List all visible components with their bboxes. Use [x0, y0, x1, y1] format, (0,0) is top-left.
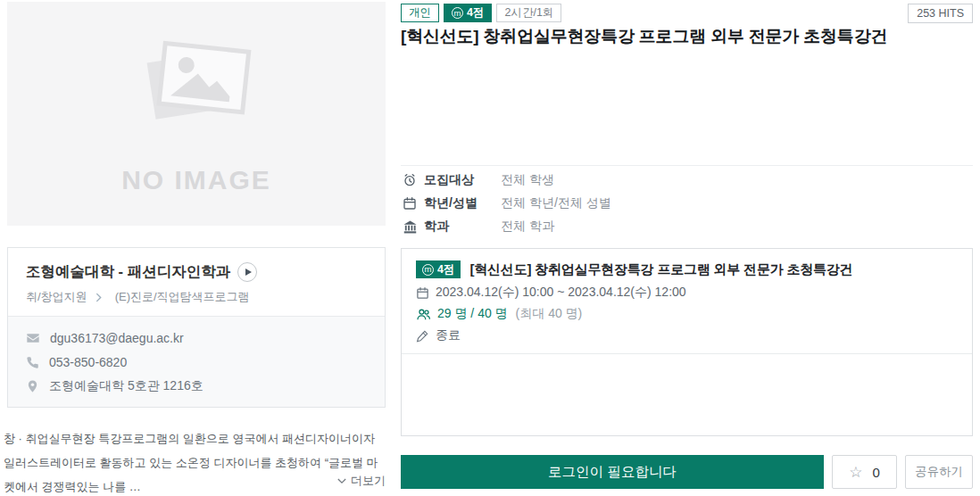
- badge-personal: 개인: [401, 4, 439, 22]
- thumbnail-placeholder: NO IMAGE: [7, 2, 386, 226]
- breadcrumb: 취/창업지원 (E)진로/직업탐색프로그램: [26, 289, 367, 305]
- contact-location[interactable]: 조형예술대학 5호관 1216호: [49, 378, 203, 394]
- session-schedule: 2023.04.12(수) 10:00 ~ 2023.04.12(수) 12:0…: [436, 285, 686, 301]
- badge-row: 개인 m 4점 2시간/1회 253 HITS: [401, 4, 973, 22]
- location-icon: [26, 379, 39, 393]
- left-column: NO IMAGE 조형예술대학 - 패션디자인학과 취/창업지원 (E)진로/직…: [7, 2, 386, 496]
- favorite-count: 0: [872, 465, 879, 480]
- action-bar: 로그인이 필요합니다 ☆ 0 공유하기: [401, 455, 973, 489]
- badge-points: m 4점: [444, 4, 492, 22]
- program-detail-page: NO IMAGE 조형예술대학 - 패션디자인학과 취/창업지원 (E)진로/직…: [0, 0, 980, 496]
- m-circle-icon: m: [422, 264, 434, 276]
- alarm-clock-icon: [403, 173, 417, 187]
- chevron-right-icon: [96, 293, 102, 302]
- department-card: 조형예술대학 - 패션디자인학과 취/창업지원 (E)진로/직업탐색프로그램: [7, 247, 386, 408]
- info-value: 전체 학년/전체 성별: [501, 195, 611, 211]
- session-points-badge: m 4점: [416, 260, 461, 278]
- info-row-grade-gender: 학년/성별 전체 학년/전체 성별: [403, 192, 973, 215]
- pen-icon: [416, 329, 429, 343]
- contact-row-email: dgu36173@daegu.ac.kr: [26, 328, 367, 348]
- favorite-box[interactable]: ☆ 0: [832, 455, 897, 489]
- no-image-icon: [129, 33, 263, 133]
- chevron-down-icon: [337, 478, 346, 484]
- no-image-label: NO IMAGE: [121, 165, 271, 195]
- breadcrumb-category[interactable]: 취/창업지원: [26, 289, 87, 305]
- people-icon: [416, 307, 431, 322]
- phone-icon: [26, 356, 39, 369]
- calendar-icon: [416, 286, 429, 300]
- session-capacity-max: (최대 40 명): [516, 306, 583, 322]
- contact-row-location: 조형예술대학 5호관 1216호: [26, 376, 367, 396]
- session-summary: m 4점 [혁신선도] 창취업실무현장특강 프로그램 외부 전문가 초청특강건 …: [402, 249, 972, 354]
- info-value: 전체 학과: [501, 219, 554, 235]
- session-points-label: 4점: [437, 261, 454, 277]
- session-schedule-row: 2023.04.12(수) 10:00 ~ 2023.04.12(수) 12:0…: [416, 282, 958, 303]
- info-row-department: 학과 전체 학과: [403, 215, 973, 238]
- email-icon: [26, 331, 40, 345]
- contact-phone[interactable]: 053-850-6820: [49, 355, 127, 369]
- breadcrumb-program-type[interactable]: (E)진로/직업탐색프로그램: [115, 289, 250, 305]
- badge-duration: 2시간/1회: [496, 4, 561, 22]
- play-button[interactable]: [237, 262, 257, 282]
- info-label: 학년/성별: [424, 195, 501, 211]
- m-circle-icon: m: [452, 7, 463, 19]
- info-value: 전체 학생: [501, 172, 554, 188]
- page-title: [혁신선도] 창취업실무현장특강 프로그램 외부 전문가 초청특강건: [401, 25, 973, 48]
- share-button[interactable]: 공유하기: [905, 455, 973, 489]
- badge-points-label: 4점: [467, 4, 484, 21]
- session-status: 종료: [436, 327, 461, 343]
- more-label: 더보기: [351, 473, 386, 489]
- program-description: 창 · 취업실무현장 특강프로그램의 일환으로 영국에서 패션디자이너이자 일러…: [4, 426, 389, 496]
- session-capacity-row: 29 명 / 40 명 (최대 40 명): [416, 303, 958, 325]
- info-rows: 모집대상 전체 학생 학년/성별 전체 학년/전체 성별: [403, 169, 973, 238]
- play-icon: [245, 269, 252, 276]
- info-label: 학과: [424, 219, 501, 235]
- contact-row-phone: 053-850-6820: [26, 352, 367, 372]
- main-content: 개인 m 4점 2시간/1회 253 HITS [혁신선도] 창취업실무현장특강…: [401, 0, 973, 496]
- session-title: [혁신선도] 창취업실무현장특강 프로그램 외부 전문가 초청특강건: [469, 261, 852, 278]
- info-row-target: 모집대상 전체 학생: [403, 169, 973, 192]
- section-divider: [401, 165, 973, 166]
- calendar-icon: [403, 196, 417, 211]
- session-card[interactable]: m 4점 [혁신선도] 창취업실무현장특강 프로그램 외부 전문가 초청특강건 …: [401, 248, 973, 436]
- department-title: 조형예술대학 - 패션디자인학과: [26, 262, 230, 282]
- star-icon: ☆: [849, 465, 862, 480]
- login-required-button[interactable]: 로그인이 필요합니다: [401, 455, 824, 489]
- session-status-row: 종료: [416, 325, 958, 346]
- hits-counter: 253 HITS: [908, 4, 973, 23]
- department-header: 조형예술대학 - 패션디자인학과 취/창업지원 (E)진로/직업탐색프로그램: [8, 248, 385, 316]
- more-link[interactable]: 더보기: [337, 473, 386, 489]
- contact-info: dgu36173@daegu.ac.kr 053-850-6820 조형예술대학…: [8, 316, 385, 407]
- info-label: 모집대상: [424, 172, 501, 188]
- session-capacity-current: 29 명 / 40 명: [437, 306, 508, 322]
- bank-icon: [403, 219, 418, 235]
- contact-email[interactable]: dgu36173@daegu.ac.kr: [50, 331, 184, 345]
